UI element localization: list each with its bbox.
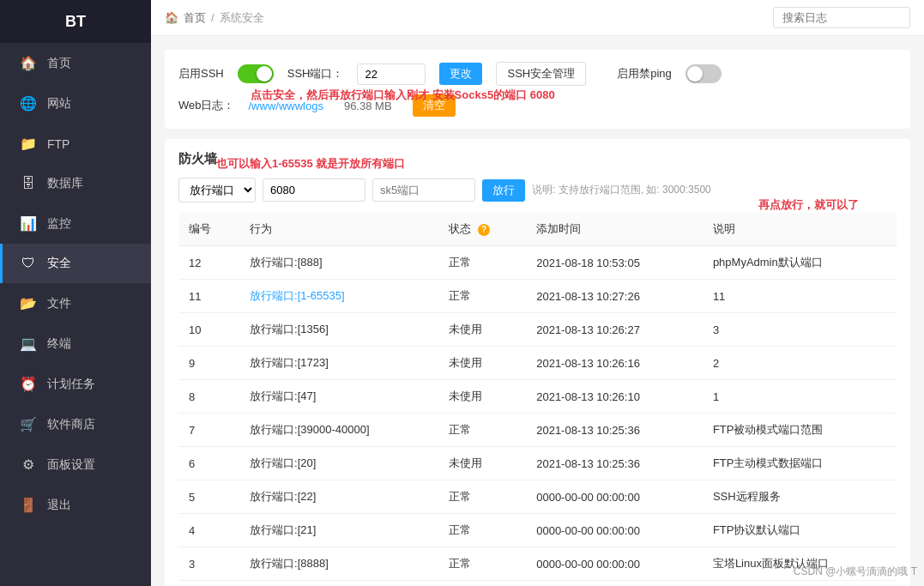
sidebar-label-panel: 面板设置: [47, 457, 95, 473]
port-value-input[interactable]: [263, 178, 365, 202]
col-note: 说明: [703, 213, 897, 246]
cell-status: 未使用: [438, 313, 526, 347]
sidebar-label-terminal: 终端: [47, 336, 71, 352]
cell-time: 0000-00-00 00:00:00: [526, 480, 703, 514]
cell-action: 放行端口:[1356]: [239, 313, 438, 347]
cell-status: 正常: [438, 514, 526, 547]
firewall-table: 编号 行为 状态 ? 添加时间 说明 12 放行端口:[888] 正常 2021…: [178, 213, 897, 581]
cell-id: 6: [178, 447, 239, 480]
cell-status: 正常: [438, 547, 526, 581]
ssh-section: 启用SSH SSH端口： 更改 SSH安全管理 启用禁ping Web日志： /…: [165, 50, 910, 129]
cell-note: FTP协议默认端口: [703, 514, 897, 547]
sidebar-item-security[interactable]: 🛡 安全: [0, 244, 151, 283]
cell-action: 放行端口:[8888]: [239, 547, 438, 581]
sidebar-icon-files: 📂: [20, 295, 37, 311]
table-row: 9 放行端口:[1723] 未使用 2021-08-13 10:26:16 2: [178, 347, 897, 380]
action-link[interactable]: 放行端口:[1-65535]: [250, 289, 345, 302]
status-help-icon[interactable]: ?: [478, 224, 490, 236]
ssh-label: 启用SSH: [178, 66, 224, 82]
action-text: 放行端口:[20]: [250, 456, 316, 469]
cell-time: 2021-08-13 10:26:16: [526, 347, 703, 380]
sidebar-item-home[interactable]: 🏠 首页: [0, 43, 151, 83]
sidebar-item-files[interactable]: 📂 文件: [0, 283, 151, 323]
sidebar-icon-website: 🌐: [20, 95, 37, 112]
sidebar-item-database[interactable]: 🗄 数据库: [0, 164, 151, 203]
col-action: 行为: [239, 213, 438, 246]
sidebar-item-cron[interactable]: ⏰ 计划任务: [0, 364, 151, 404]
cell-time: 2021-08-13 10:25:36: [526, 414, 703, 447]
table-row: 6 放行端口:[20] 未使用 2021-08-13 10:25:36 FTP主…: [178, 447, 897, 480]
watermark: CSDN @小螺号滴滴的哦 T: [794, 565, 917, 579]
port-hint: 说明: 支持放行端口范围, 如: 3000:3500: [532, 183, 711, 197]
sidebar-icon-cron: ⏰: [20, 376, 37, 392]
firewall-section: 防火墙 点击安全，然后再放行端口输入刚才 安装Socks5的端口 6080 也可…: [165, 139, 910, 586]
cell-note: SSH远程服务: [703, 480, 897, 514]
col-time: 添加时间: [526, 213, 703, 246]
weblog-clear-button[interactable]: 清空: [413, 94, 456, 117]
sidebar-label-shop: 软件商店: [47, 417, 95, 432]
ping-label: 启用禁ping: [617, 66, 672, 82]
topbar: 🏠 首页 / 系统安全: [151, 0, 924, 36]
action-text: 放行端口:[1723]: [250, 356, 329, 369]
cell-action: 放行端口:[22]: [239, 480, 438, 514]
search-input[interactable]: [773, 7, 910, 28]
table-row: 11 放行端口:[1-65535] 正常 2021-08-13 10:27:26…: [178, 280, 897, 313]
ssh-port-input[interactable]: [357, 63, 426, 85]
sidebar-item-logout[interactable]: 🚪 退出: [0, 485, 151, 525]
cell-id: 8: [178, 380, 239, 414]
cell-id: 9: [178, 347, 239, 380]
sidebar-item-monitor[interactable]: 📊 监控: [0, 203, 151, 244]
sidebar-label-monitor: 监控: [47, 216, 71, 232]
sidebar-item-panel[interactable]: ⚙ 面板设置: [0, 444, 151, 485]
cell-note: phpMyAdmin默认端口: [703, 246, 897, 280]
sidebar: BT 🏠 首页 🌐 网站 📁 FTP 🗄 数据库 📊 监控 🛡 安全 📂 文件 …: [0, 0, 151, 586]
cell-note: FTP主动模式数据端口: [703, 447, 897, 480]
cell-status: 未使用: [438, 447, 526, 480]
cell-action: 放行端口:[47]: [239, 380, 438, 414]
firewall-title: 防火墙: [178, 151, 897, 167]
sidebar-icon-home: 🏠: [20, 55, 37, 71]
cell-action: 放行端口:[1723]: [239, 347, 438, 380]
cell-time: 0000-00-00 00:00:00: [526, 547, 703, 581]
cell-time: 2021-08-18 10:53:05: [526, 246, 703, 280]
action-text: 放行端口:[1356]: [250, 323, 329, 335]
cell-status: 正常: [438, 246, 526, 280]
sidebar-icon-ftp: 📁: [20, 136, 37, 152]
weblog-row: Web日志： /www/wwwlogs 96.38 MB 清空: [178, 94, 897, 117]
cell-action: 放行端口:[39000-40000]: [239, 414, 438, 447]
firewall-toolbar: 放行端口 禁用端口 放行IP 禁用IP 放行 说明: 支持放行端口范围, 如: …: [178, 178, 897, 202]
sidebar-icon-terminal: 💻: [20, 335, 37, 352]
weblog-path[interactable]: /www/wwwlogs: [249, 100, 323, 112]
port-placeholder-input[interactable]: [372, 178, 475, 202]
table-row: 3 放行端口:[8888] 正常 0000-00-00 00:00:00 宝塔L…: [178, 547, 897, 581]
ssh-toggle[interactable]: [238, 64, 274, 83]
cell-status: 正常: [438, 414, 526, 447]
ssh-manage-button[interactable]: SSH安全管理: [496, 62, 586, 86]
sidebar-item-website[interactable]: 🌐 网站: [0, 83, 151, 124]
sidebar-label-database: 数据库: [47, 176, 83, 191]
ping-toggle[interactable]: [685, 64, 722, 83]
cell-note: 1: [703, 380, 897, 414]
sidebar-item-ftp[interactable]: 📁 FTP: [0, 124, 151, 164]
ssh-port-label: SSH端口：: [287, 66, 344, 82]
sidebar-icon-logout: 🚪: [20, 497, 37, 513]
sidebar-item-shop[interactable]: 🛒 软件商店: [0, 404, 151, 444]
action-text: 放行端口:[8888]: [250, 557, 329, 570]
sidebar-item-terminal[interactable]: 💻 终端: [0, 323, 151, 364]
cell-time: 2021-08-13 10:26:10: [526, 380, 703, 414]
sidebar-icon-database: 🗄: [20, 176, 37, 191]
breadcrumb-home-link[interactable]: 首页: [184, 10, 206, 26]
cell-note: 2: [703, 347, 897, 380]
breadcrumb: 🏠 首页 / 系统安全: [165, 10, 264, 26]
main-area: 🏠 首页 / 系统安全 启用SSH SSH端口： 更改 SSH安全管理 启用禁p…: [151, 0, 924, 586]
cell-id: 11: [178, 280, 239, 313]
cell-id: 4: [178, 514, 239, 547]
sidebar-label-ftp: FTP: [47, 137, 69, 151]
ssh-update-button[interactable]: 更改: [439, 63, 482, 85]
action-text: 放行端口:[47]: [250, 390, 316, 402]
search-area: [773, 7, 910, 28]
cell-id: 5: [178, 480, 239, 514]
firewall-action-button[interactable]: 放行: [482, 179, 525, 202]
col-id: 编号: [178, 213, 239, 246]
port-type-select[interactable]: 放行端口 禁用端口 放行IP 禁用IP: [178, 178, 256, 202]
